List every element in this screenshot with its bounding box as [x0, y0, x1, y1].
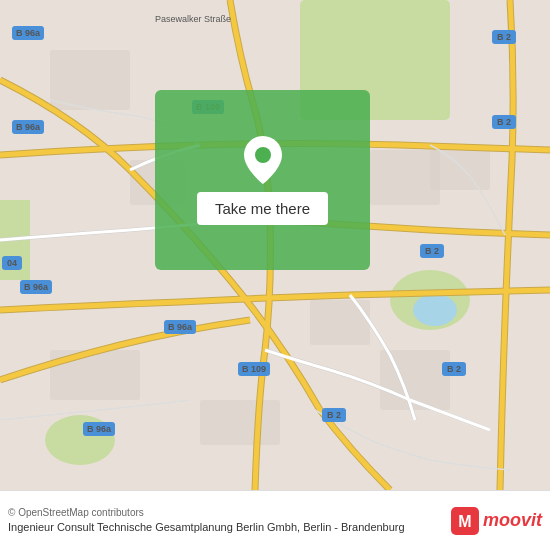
svg-text:B 96a: B 96a [16, 122, 41, 132]
svg-text:B 96a: B 96a [16, 28, 41, 38]
svg-text:B 2: B 2 [497, 117, 511, 127]
svg-text:B 2: B 2 [425, 246, 439, 256]
map-container: Pasewalker Straße B 96a B 2 B 96a B 109 … [0, 0, 550, 490]
street-label-text: Pasewalker Straße [155, 14, 231, 24]
svg-text:B 96a: B 96a [87, 424, 112, 434]
footer: © OpenStreetMap contributors Ingenieur C… [0, 490, 550, 550]
svg-rect-12 [200, 400, 280, 445]
svg-point-39 [255, 147, 271, 163]
copyright-text: © OpenStreetMap contributors [8, 506, 441, 520]
footer-text: © OpenStreetMap contributors Ingenieur C… [8, 506, 441, 535]
svg-rect-5 [50, 50, 130, 110]
svg-rect-11 [430, 150, 490, 190]
svg-text:B 96a: B 96a [168, 322, 193, 332]
svg-rect-6 [370, 150, 440, 205]
map-popup: Take me there [155, 90, 370, 270]
moovit-icon: M [451, 507, 479, 535]
location-pin-icon [244, 136, 282, 184]
moovit-text: moovit [483, 510, 542, 531]
svg-text:B 96a: B 96a [24, 282, 49, 292]
svg-text:B 2: B 2 [327, 410, 341, 420]
svg-text:B 2: B 2 [447, 364, 461, 374]
svg-point-4 [413, 294, 457, 326]
moovit-logo: M moovit [451, 507, 542, 535]
svg-text:B 109: B 109 [242, 364, 266, 374]
take-me-there-button[interactable]: Take me there [197, 192, 328, 225]
svg-text:M: M [458, 513, 471, 530]
company-name-text: Ingenieur Consult Technische Gesamtplanu… [8, 520, 441, 535]
svg-text:04: 04 [7, 258, 17, 268]
svg-text:B 2: B 2 [497, 32, 511, 42]
